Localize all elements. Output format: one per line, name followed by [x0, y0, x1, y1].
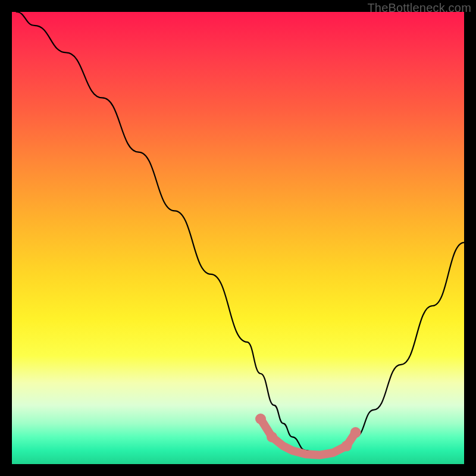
optimal-zone-dot	[350, 427, 361, 438]
optimal-zone-dot	[255, 414, 266, 424]
chart-container: TheBottleneck.com	[0, 0, 476, 476]
optimal-zone-dot	[341, 441, 352, 452]
plot-area	[12, 12, 464, 464]
chart-svg	[12, 12, 464, 464]
bottleneck-curve-line	[17, 12, 464, 455]
optimal-zone-highlight	[255, 414, 361, 455]
optimal-zone-dot	[267, 431, 277, 442]
